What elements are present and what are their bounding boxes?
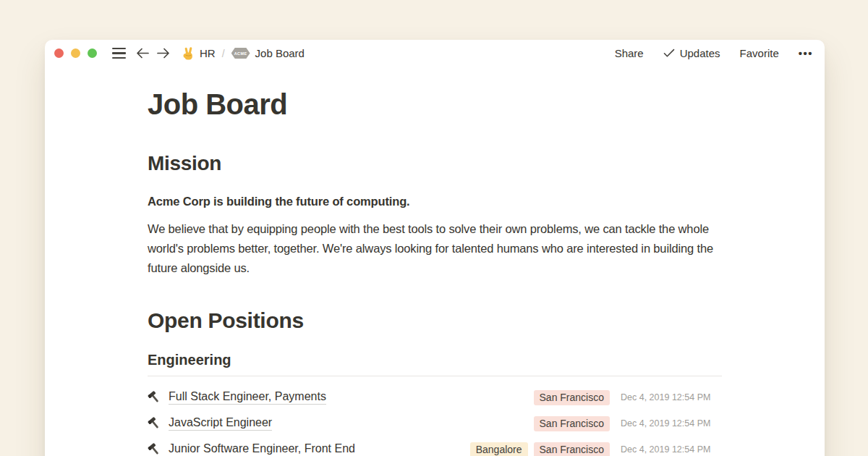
breadcrumb-page-label: Job Board [255, 47, 305, 59]
job-row: Junior Software Engineer, Front End Bang… [148, 436, 722, 456]
job-title-link[interactable]: Full Stack Engineer, Payments [169, 390, 326, 405]
favorite-button[interactable]: Favorite [740, 47, 779, 59]
close-button[interactable] [54, 48, 64, 58]
job-title-link[interactable]: Junior Software Engineer, Front End [169, 442, 355, 456]
acme-logo-icon: ACME [231, 48, 250, 59]
check-icon [663, 48, 675, 58]
job-tags: San Francisco [534, 390, 610, 405]
mission-body: We believe that by equipping people with… [148, 219, 722, 278]
job-tags: BangaloreSan Francisco [470, 442, 610, 456]
hammer-icon [148, 391, 161, 404]
breadcrumb-workspace[interactable]: HR [182, 47, 216, 60]
breadcrumb: HR / ACME Job Board [182, 47, 305, 60]
traffic-lights [54, 48, 97, 58]
menu-icon[interactable] [112, 48, 126, 59]
job-date: Dec 4, 2019 12:54 PM [621, 392, 722, 402]
updates-button[interactable]: Updates [663, 47, 720, 59]
hammer-icon [148, 443, 161, 456]
job-title-link[interactable]: JavaScript Engineer [169, 416, 272, 431]
zoom-button[interactable] [88, 48, 97, 58]
mission-heading: Mission [148, 151, 722, 177]
page-title: Job Board [148, 87, 722, 122]
job-tag: San Francisco [534, 442, 610, 456]
job-tags: San Francisco [534, 416, 610, 431]
job-tag: San Francisco [534, 416, 610, 431]
mission-lead: Acme Corp is building the future of comp… [148, 193, 722, 211]
divider [148, 376, 722, 376]
titlebar-actions: Share Updates Favorite ••• [615, 47, 813, 59]
share-button[interactable]: Share [615, 47, 644, 59]
app-window: HR / ACME Job Board Share Updates Favori… [45, 40, 825, 456]
forward-button[interactable] [157, 48, 170, 59]
updates-label: Updates [680, 47, 720, 59]
job-row: Full Stack Engineer, Payments San Franci… [148, 384, 722, 410]
job-tag: San Francisco [534, 390, 610, 405]
job-date: Dec 4, 2019 12:54 PM [621, 418, 722, 428]
open-positions-heading: Open Positions [148, 307, 722, 334]
job-row: JavaScript Engineer San Francisco Dec 4,… [148, 410, 722, 436]
job-tag: Bangalore [470, 442, 528, 456]
engineering-heading: Engineering [148, 350, 722, 369]
job-list: Full Stack Engineer, Payments San Franci… [148, 384, 722, 456]
arrow-right-icon [157, 48, 170, 59]
page-content: Job Board Mission Acme Corp is building … [45, 67, 825, 456]
job-date: Dec 4, 2019 12:54 PM [621, 444, 722, 455]
victory-hand-emoji [182, 47, 195, 60]
breadcrumb-workspace-label: HR [200, 47, 216, 59]
breadcrumb-separator: / [222, 48, 225, 59]
hammer-icon [148, 417, 161, 430]
more-icon[interactable]: ••• [799, 47, 813, 59]
back-button[interactable] [136, 48, 149, 59]
titlebar: HR / ACME Job Board Share Updates Favori… [45, 40, 825, 67]
minimize-button[interactable] [71, 48, 80, 58]
breadcrumb-page[interactable]: ACME Job Board [231, 47, 305, 59]
arrow-left-icon [136, 48, 149, 59]
